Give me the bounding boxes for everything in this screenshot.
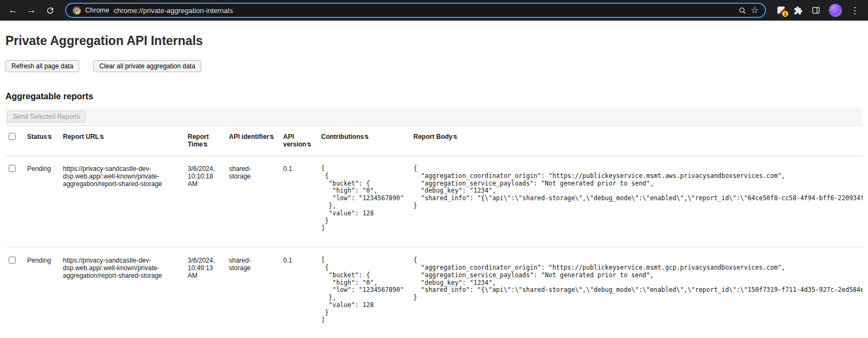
bookmark-star-icon[interactable]: ☆ xyxy=(751,6,758,15)
browser-menu-icon[interactable]: ⋮ xyxy=(850,6,859,15)
sort-icon: ⇅ xyxy=(270,134,274,140)
clear-all-button[interactable]: Clear all private aggregation data xyxy=(93,60,201,72)
table-header-row: Status⇅ Report URL⇅ Report Time⇅ API ide… xyxy=(5,126,863,156)
extension-badge: 1 xyxy=(782,10,789,17)
header-api-version[interactable]: API version⇅ xyxy=(283,126,321,156)
page-content: Private Aggregation API Internals Refres… xyxy=(0,34,868,338)
browser-toolbar: ← → Chrome chrome://private-aggregation-… xyxy=(0,0,868,21)
search-icon[interactable] xyxy=(738,7,746,15)
chrome-logo-icon xyxy=(73,7,81,15)
url-text[interactable]: chrome://private-aggregation-internals xyxy=(113,7,733,15)
report-body-cell: { "aggregation_coordinator_origin": "htt… xyxy=(413,248,863,338)
send-reports-bar: Send Selected Reports xyxy=(5,108,863,125)
report-time-cell: 3/6/2024, 10:49:13 AM xyxy=(188,248,229,338)
refresh-all-button[interactable]: Refresh all page data xyxy=(5,60,79,72)
table-row[interactable]: Pending https://privacy-sandcastle-dev-d… xyxy=(5,156,863,248)
row-checkbox[interactable] xyxy=(9,165,16,172)
sort-icon: ⇅ xyxy=(100,134,104,140)
section-title: Aggregatable reports xyxy=(5,92,863,101)
api-identifier-cell: shared-storage xyxy=(229,156,283,248)
select-all-checkbox[interactable] xyxy=(9,133,16,140)
header-status[interactable]: Status⇅ xyxy=(27,126,63,156)
sort-icon: ⇅ xyxy=(307,142,311,148)
header-api-identifier[interactable]: API identifier⇅ xyxy=(229,126,283,156)
header-contributions[interactable]: Contributions⇅ xyxy=(321,126,413,156)
side-panel-icon[interactable] xyxy=(811,6,821,15)
page-actions: Refresh all page data Clear all private … xyxy=(5,60,863,72)
forward-icon[interactable]: → xyxy=(24,3,39,18)
back-icon[interactable]: ← xyxy=(5,3,21,18)
sort-icon: ⇅ xyxy=(203,142,208,148)
send-selected-reports-button[interactable]: Send Selected Reports xyxy=(7,111,86,123)
api-version-cell: 0.1 xyxy=(283,248,321,338)
sort-icon: ⇅ xyxy=(453,134,457,140)
contributions-cell: [ { "bucket": { "high": "0", "low": "123… xyxy=(321,156,413,248)
report-url-cell: https://privacy-sandcastle-dev-dsp.web.a… xyxy=(63,248,188,338)
page-title: Private Aggregation API Internals xyxy=(5,34,863,48)
report-time-cell: 3/6/2024, 10:10:18 AM xyxy=(188,156,229,248)
api-version-cell: 0.1 xyxy=(283,156,321,248)
api-identifier-cell: shared-storage xyxy=(229,248,283,338)
toolbar-right-cluster: 1 ⋮ xyxy=(774,4,863,17)
address-bar[interactable]: Chrome chrome://private-aggregation-inte… xyxy=(65,3,766,18)
pinned-extension-icon[interactable]: 1 xyxy=(777,6,786,15)
reload-icon[interactable] xyxy=(42,3,58,18)
puzzle-icon-svg xyxy=(794,6,803,15)
extensions-puzzle-icon[interactable] xyxy=(794,6,803,15)
header-report-body[interactable]: Report Body⇅ xyxy=(413,126,863,156)
status-cell: Pending xyxy=(27,248,63,338)
side-panel-icon-svg xyxy=(811,6,821,15)
profile-avatar[interactable] xyxy=(829,4,842,17)
reload-icon-svg xyxy=(46,6,55,15)
row-checkbox[interactable] xyxy=(9,257,16,264)
report-url-cell: https://privacy-sandcastle-dev-dsp.web.a… xyxy=(63,156,188,248)
header-report-url[interactable]: Report URL⇅ xyxy=(63,126,188,156)
header-report-time[interactable]: Report Time⇅ xyxy=(188,126,229,156)
aggregatable-reports-table: Status⇅ Report URL⇅ Report Time⇅ API ide… xyxy=(5,125,863,338)
search-icon-svg xyxy=(738,7,746,15)
site-label: Chrome xyxy=(85,7,109,14)
sort-icon: ⇅ xyxy=(365,134,369,140)
status-cell: Pending xyxy=(27,156,63,248)
report-body-cell: { "aggregation_coordinator_origin": "htt… xyxy=(413,156,863,248)
table-row[interactable]: Pending https://privacy-sandcastle-dev-d… xyxy=(5,248,863,338)
contributions-cell: [ { "bucket": { "high": "0", "low": "123… xyxy=(321,248,413,338)
sort-icon: ⇅ xyxy=(48,134,52,140)
